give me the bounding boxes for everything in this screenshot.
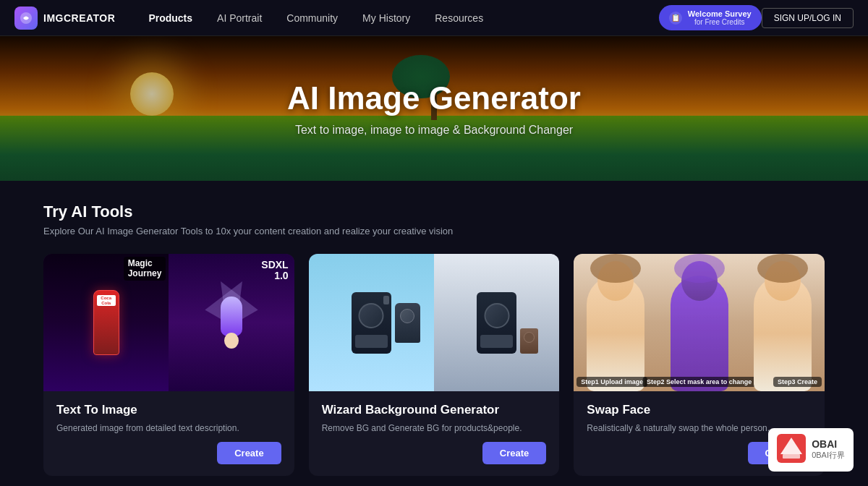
card1-left: CocaCola MagicJourney [43, 254, 169, 391]
wizard-background-footer: Create [322, 442, 547, 464]
text-to-image-body: Text To Image Generated image from detai… [43, 391, 294, 476]
wizard-background-card: Wizard Background Generator Remove BG an… [309, 254, 560, 476]
hero-content: AI Image Generator Text to image, image … [287, 80, 581, 137]
magic-journey-label: MagicJourney [124, 257, 166, 281]
text-to-image-title: Text To Image [56, 403, 281, 417]
swap-face-scene: Step1 Upload image Step2 Select mask are… [574, 254, 825, 391]
nav-my-history[interactable]: My History [351, 8, 422, 28]
step3-badge: Step3 Create [773, 377, 822, 387]
card1-right: SDXL1.0 [169, 254, 294, 391]
text-to-image-footer: Create [56, 442, 281, 464]
signup-button[interactable]: SIGN UP/LOG IN [762, 8, 854, 28]
hero-title: AI Image Generator [287, 80, 581, 116]
sdxl-badge: SDXL1.0 [261, 260, 288, 282]
wizard-background-create-button[interactable]: Create [482, 442, 546, 464]
step2-badge: Step2 Select mask area to change [642, 377, 756, 387]
wizard-background-desc: Remove BG and Generate BG for products&p… [322, 422, 547, 435]
nav-ai-portrait[interactable]: AI Portrait [205, 8, 273, 28]
text-to-image-card: CocaCola MagicJourney [43, 254, 294, 476]
swap-face-title: Swap Face [587, 403, 812, 417]
watermark-subtext: 0BAI行界 [812, 450, 845, 461]
section-subtitle: Explore Our AI Image Generator Tools to … [43, 226, 825, 236]
section-title: Try AI Tools [43, 202, 825, 221]
nav-links: Products AI Portrait Community My Histor… [137, 8, 658, 28]
hero-subtitle: Text to image, image to image & Backgrou… [287, 124, 581, 137]
bg-new-side [434, 254, 559, 391]
watermark-logo-icon [777, 434, 806, 463]
nav-community[interactable]: Community [275, 8, 349, 28]
watermark-brand: OBAI [812, 438, 845, 450]
survey-icon: 📋 [669, 12, 682, 25]
watermark: OBAI 0BAI行界 [768, 428, 854, 472]
wizard-background-image [309, 254, 560, 391]
text-to-image-image: CocaCola MagicJourney [43, 254, 294, 391]
hero-section: AI Image Generator Text to image, image … [0, 36, 868, 181]
survey-button[interactable]: 📋 Welcome Survey for Free Credits [659, 5, 762, 30]
cards-grid: CocaCola MagicJourney [43, 254, 825, 476]
text-to-image-desc: Generated image from detailed text descr… [56, 422, 281, 435]
navbar: IMGCREATOR Products AI Portrait Communit… [0, 0, 868, 36]
swap-face-image: Step1 Upload image Step2 Select mask are… [574, 254, 825, 391]
watermark-logo-area [777, 434, 806, 466]
logo-icon [14, 7, 38, 30]
logo-text: IMGCREATOR [43, 12, 115, 24]
wizard-background-body: Wizard Background Generator Remove BG an… [309, 391, 560, 476]
tools-section: Try AI Tools Explore Our AI Image Genera… [0, 181, 868, 486]
svg-rect-3 [783, 454, 800, 459]
wizard-background-title: Wizard Background Generator [322, 403, 547, 417]
nav-products[interactable]: Products [137, 8, 204, 28]
logo-area[interactable]: IMGCREATOR [14, 7, 115, 30]
watermark-text-area: OBAI 0BAI行界 [812, 438, 845, 461]
survey-text: Welcome Survey for Free Credits [688, 9, 752, 26]
text-to-image-create-button[interactable]: Create [217, 442, 281, 464]
nav-resources[interactable]: Resources [423, 8, 495, 28]
step1-badge: Step1 Upload image [576, 377, 647, 387]
bg-plain-side [309, 254, 434, 391]
